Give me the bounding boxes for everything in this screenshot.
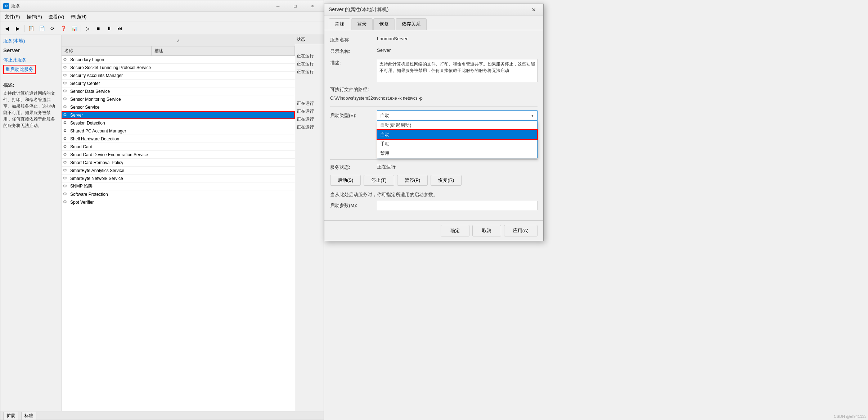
service-gear-icon: ⚙: [63, 160, 69, 166]
resume-service-button[interactable]: ⏭: [115, 23, 125, 33]
tab-standard[interactable]: 标准: [21, 412, 36, 420]
minimize-button[interactable]: ─: [270, 0, 286, 12]
list-item[interactable]: ⚙ Sensor Monitoring Service: [62, 95, 295, 103]
menu-help[interactable]: 帮助(H): [68, 12, 89, 22]
dropdown-item-2[interactable]: 手动: [377, 139, 537, 149]
pause-service-button[interactable]: ⏸: [104, 23, 114, 33]
back-button[interactable]: ◀: [2, 23, 12, 33]
list-item[interactable]: ⚙ Session Detection: [62, 119, 295, 127]
status-cell-18: [295, 187, 324, 195]
menu-view[interactable]: 查看(V): [46, 12, 67, 22]
service-gear-icon: ⚙: [63, 184, 69, 189]
tab-logon[interactable]: 登录: [351, 18, 373, 30]
startup-select-container: 自动 ▼ 自动(延迟启动) 自动 手动 禁用: [377, 110, 538, 121]
console-button[interactable]: 📋: [26, 23, 36, 33]
restart-service-link[interactable]: 重启动此服务: [4, 66, 35, 73]
list-item[interactable]: ⚙ Sensor Data Service: [62, 87, 295, 95]
service-gear-icon: ⚙: [63, 199, 69, 205]
form-sep-2: [330, 159, 538, 160]
cancel-button[interactable]: 取消: [472, 225, 501, 236]
help-button[interactable]: ❓: [58, 23, 68, 33]
refresh-button[interactable]: ⟳: [48, 23, 58, 33]
start-button[interactable]: 启动(S): [330, 175, 361, 186]
service-name-value: LanmanServer: [377, 36, 538, 41]
col-description[interactable]: 描述: [152, 46, 295, 55]
selected-service-name: Server: [3, 47, 58, 53]
tab-general[interactable]: 常规: [329, 18, 350, 30]
dropdown-item-1[interactable]: 自动: [377, 130, 537, 139]
startup-type-row: 启动类型(E): 自动 ▼ 自动(延迟启动) 自动 手动 禁用: [330, 110, 538, 121]
toolbar: ◀ ▶ 📋 📄 ⟳ ❓ 📊 ▷ ■ ⏸ ⏭: [0, 22, 324, 35]
left-panel-title[interactable]: 服务(本地): [3, 38, 58, 44]
stop-service-link[interactable]: 停止此服务: [3, 57, 58, 63]
startup-select-display[interactable]: 自动 ▼: [377, 110, 538, 121]
list-item[interactable]: ⚙ Secure Socket Tunneling Protocol Servi…: [62, 64, 295, 72]
close-button[interactable]: ✕: [304, 0, 321, 12]
menu-action[interactable]: 操作(A): [24, 12, 45, 22]
list-item[interactable]: ⚙ Shell Hardware Detection: [62, 135, 295, 143]
service-name-cell: Server: [70, 113, 83, 118]
list-item[interactable]: ⚙ SmartByte Analytics Service: [62, 167, 295, 175]
service-name-cell: Session Detection: [70, 121, 105, 126]
tab-recovery[interactable]: 恢复: [373, 18, 395, 30]
dropdown-item-0[interactable]: 自动(延迟启动): [377, 121, 537, 130]
toolbar-sep-1: [24, 25, 24, 32]
forward-button[interactable]: ▶: [13, 23, 23, 33]
list-item[interactable]: ⚙ SmartByte Network Service: [62, 175, 295, 182]
stop-service-button[interactable]: ■: [93, 23, 103, 33]
list-item-server[interactable]: ⚙ Server: [62, 111, 295, 119]
start-params-input[interactable]: [377, 201, 538, 210]
service-name-cell: Sensor Service: [70, 105, 99, 110]
list-item[interactable]: ⚙ Security Center: [62, 80, 295, 87]
details-button[interactable]: 📄: [37, 23, 47, 33]
service-name-cell: SmartByte Analytics Service: [70, 168, 124, 173]
service-name-cell: Smart Card: [70, 144, 92, 149]
stop-button[interactable]: 停止(T): [364, 175, 394, 186]
dialog-close-button[interactable]: ✕: [529, 5, 539, 15]
col-name[interactable]: 名称: [62, 46, 152, 55]
tab-expand[interactable]: 扩展: [3, 412, 18, 420]
status-cell-9: 正在运行: [295, 116, 324, 123]
resume-button[interactable]: 恢复(R): [431, 175, 462, 186]
status-cell-17: [295, 179, 324, 187]
service-list[interactable]: ⚙ Secondary Logon ⚙ Secure Socket Tunnel…: [62, 56, 295, 411]
service-name-cell: SmartByte Network Service: [70, 176, 123, 181]
large-icon-button[interactable]: 📊: [69, 23, 79, 33]
menu-file[interactable]: 文件(F): [2, 12, 23, 22]
dropdown-arrow-icon: ▼: [531, 114, 534, 118]
list-item[interactable]: ⚙ Smart Card Removal Policy: [62, 159, 295, 167]
startup-dropdown-menu: 自动(延迟启动) 自动 手动 禁用: [377, 121, 538, 158]
list-item[interactable]: ⚙ Security Accounts Manager: [62, 72, 295, 80]
list-item[interactable]: ⚙ Secondary Logon: [62, 56, 295, 64]
list-item[interactable]: ⚙ Software Protection: [62, 190, 295, 198]
service-name-cell: Smart Card Device Enumeration Service: [70, 152, 148, 157]
list-item[interactable]: ⚙ Smart Card: [62, 143, 295, 151]
form-sep-1: [330, 107, 538, 107]
service-gear-icon: ⚙: [63, 104, 69, 110]
tab-dependencies[interactable]: 依存关系: [396, 18, 427, 30]
start-service-button[interactable]: ▷: [82, 23, 93, 33]
path-label: 可执行文件的路径:: [330, 86, 538, 93]
window-title: 服务: [11, 3, 21, 9]
apply-button[interactable]: 应用(A): [504, 225, 538, 236]
main-area: 服务(本地) Server 停止此服务 重启动此服务 描述: 支持此计算机通过网…: [0, 35, 324, 411]
service-gear-icon: ⚙: [63, 128, 69, 134]
list-item[interactable]: ⚙ SNMP 陷阱: [62, 182, 295, 190]
startup-type-label: 启动类型(E):: [330, 112, 377, 119]
list-header: ∧: [62, 35, 295, 46]
status-cell-15: [295, 163, 324, 171]
ok-button[interactable]: 确定: [441, 225, 469, 236]
pause-button[interactable]: 暂停(P): [397, 175, 428, 186]
dropdown-item-3[interactable]: 禁用: [377, 149, 537, 158]
list-item[interactable]: ⚙ Sensor Service: [62, 103, 295, 111]
list-item[interactable]: ⚙ Spot Verifier: [62, 198, 295, 206]
list-item[interactable]: ⚙ Shared PC Account Manager: [62, 127, 295, 135]
list-item[interactable]: ⚙ Smart Card Device Enumeration Service: [62, 151, 295, 159]
description-text: 支持此计算机通过网络的文件、打印、和命名管道共享。如果服务停止，这些功能不可用。…: [3, 90, 58, 129]
service-name-cell: Sensor Data Service: [70, 89, 110, 94]
path-value: C:\Windows\system32\svchost.exe -k netsv…: [330, 94, 538, 102]
status-panel: 状态 正在运行 正在运行 正在运行 正在运行 正在运行 正在运行 正在运行: [295, 35, 324, 411]
maximize-button[interactable]: □: [287, 0, 303, 12]
column-header: 名称 描述: [62, 46, 295, 56]
description-textarea[interactable]: 支持此计算机通过网络的文件、打印、和命名管道共享。如果服务停止，这些功能不可用。…: [377, 59, 538, 82]
